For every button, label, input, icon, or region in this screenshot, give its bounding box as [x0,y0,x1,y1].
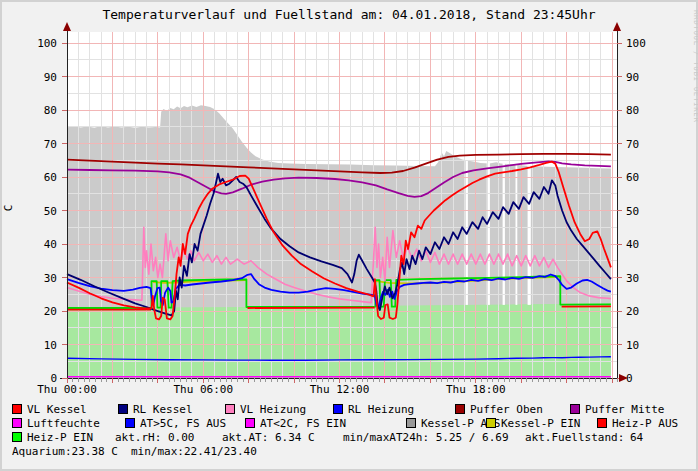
x-tick-label: Thu 18:00 [446,383,506,396]
legend-label: Puffer Mitte [585,403,664,416]
legend-label: Kessel-P EIN [501,417,580,430]
legend-item-akt-fuellstand: akt.Fuellstand: [525,432,624,445]
y-tick-label-left: 50 [44,205,57,218]
legend-swatch [486,418,496,428]
legend-item-vl-heizung: VL Heizung [225,404,306,417]
legend-label: 64 [630,431,643,444]
legend-item-aquarium-23-38-c: Aquarium:23.38 C [12,446,118,459]
legend-label: min/maxAT24h: 5.25 / 6.69 [343,431,509,444]
legend-label: Heiz-P EIN [27,431,93,444]
y-tick-label-left: 90 [44,71,57,84]
y-axis-unit-label: C [2,205,15,212]
legend-swatch [570,404,580,414]
x-tick-label: Thu 12:00 [310,383,370,396]
legend-swatch [225,404,235,414]
y-tick-label-right: 70 [626,138,639,151]
legend-label: RL Kessel [133,403,193,416]
legend-label: VL Heizung [240,403,306,416]
kessel-p-gap-stripe [503,147,505,305]
y-tick-label-left: 80 [44,104,57,117]
y-tick-label-left: 40 [44,238,57,251]
y-tick-label-left: 60 [44,171,57,184]
legend-label: Puffer Oben [470,403,543,416]
y-tick-label-left: 30 [44,272,57,285]
legend-label: akt.rH: 0.00 [115,431,194,444]
heiz-p-ein-area [67,304,611,378]
legend-item-akt-rh-0-00: akt.rH: 0.00 [115,432,194,445]
x-tick-label: Thu 00:00 [37,383,97,396]
y-tick-label-right: 50 [626,205,639,218]
legend-item-64: 64 [630,432,643,445]
legend-item-kessel-p-ein: Kessel-P EIN [486,418,580,431]
legend-swatch [12,404,22,414]
y-tick-label-right: 10 [626,339,639,352]
legend-label: Luftfeuchte [27,417,100,430]
chart-canvas: 0010102020303040405050606070708080909010… [0,0,698,400]
rrdtool-graph-frame: Temperaturverlauf und Fuellstand am: 04.… [0,0,698,471]
legend-label: AT>5C, FS AUS [140,417,226,430]
legend-swatch [597,418,607,428]
legend-item-puffer-mitte: Puffer Mitte [570,404,664,417]
legend-item-heiz-p-aus: Heiz-P AUS [597,418,678,431]
legend-label: RL Heizung [348,403,414,416]
rrdtool-watermark: RRDTOOL / TOBI OETIKER [692,10,698,123]
y-tick-label-left: 20 [44,305,57,318]
legend-item-heiz-p-ein: Heiz-P EIN [12,432,93,445]
y-axis-arrow-left [63,22,71,31]
legend-swatch [406,418,416,428]
legend-label: Kessel-P AUS [421,417,500,430]
y-tick-label-right: 100 [626,37,646,50]
legend-label: min/max:22.41/23.40 [131,445,257,458]
legend-label: akt.Fuellstand: [525,431,624,444]
legend-swatch [333,404,343,414]
legend-item-puffer-oben: Puffer Oben [455,404,543,417]
legend-item-min-maxat24h-5-25-6-69: min/maxAT24h: 5.25 / 6.69 [343,432,509,445]
legend-label: AT<2C, FS EIN [260,417,346,430]
legend-label: akt.AT: 6.34 C [222,431,315,444]
y-tick-label-right: 80 [626,104,639,117]
y-tick-label-right: 20 [626,305,639,318]
y-tick-label-right: 30 [626,272,639,285]
y-tick-label-right: 90 [626,71,639,84]
y-tick-label-right: 60 [626,171,639,184]
legend-label: Heiz-P AUS [612,417,678,430]
legend-item-at-5c-fs-aus: AT>5C, FS AUS [125,418,226,431]
legend-label: Aquarium:23.38 C [12,445,118,458]
legend-item-min-max-22-41-23-40: min/max:22.41/23.40 [131,446,257,459]
legend-swatch [12,432,22,442]
kessel-p-gap-stripe [528,147,531,305]
legend-swatch [245,418,255,428]
y-tick-label-right: 0 [626,372,633,385]
legend-item-rl-kessel: RL Kessel [118,404,193,417]
y-tick-label-left: 100 [37,37,57,50]
x-tick-label: Thu 06:00 [173,383,233,396]
legend-item-vl-kessel: VL Kessel [12,404,87,417]
legend-label: VL Kessel [27,403,87,416]
y-axis-arrow-right [613,22,621,31]
legend-swatch [455,404,465,414]
legend-swatch [125,418,135,428]
legend-swatch [118,404,128,414]
legend-item-kessel-p-aus: Kessel-P AUS [406,418,500,431]
y-tick-label-left: 70 [44,138,57,151]
y-tick-label-right: 40 [626,238,639,251]
legend-item-akt-at-6-34-c: akt.AT: 6.34 C [222,432,315,445]
legend-swatch [12,418,22,428]
legend-item-rl-heizung: RL Heizung [333,404,414,417]
legend-item-luftfeuchte: Luftfeuchte [12,418,100,431]
legend-item-at-2c-fs-ein: AT<2C, FS EIN [245,418,346,431]
y-tick-label-left: 10 [44,339,57,352]
